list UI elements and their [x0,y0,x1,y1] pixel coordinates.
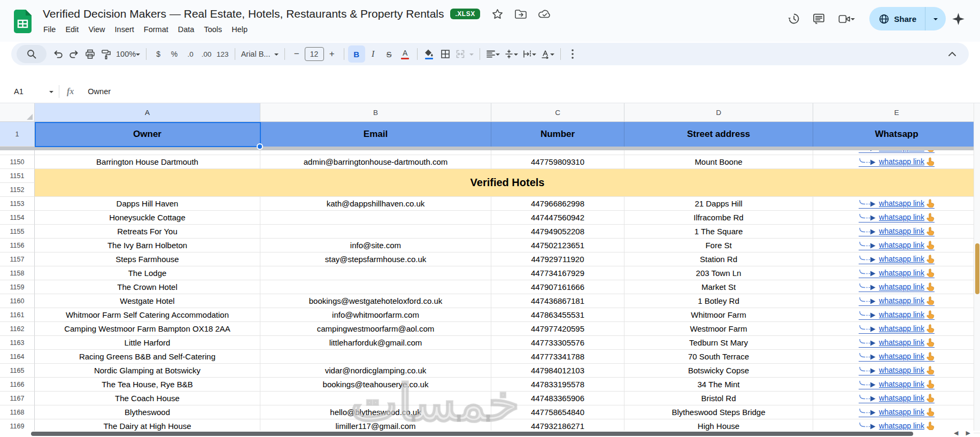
row-header[interactable]: 1163 [0,336,35,350]
merge-cells-button[interactable] [453,45,476,63]
menu-item-data[interactable]: Data [173,24,199,35]
whatsapp-link[interactable]: whatsapp link [859,199,935,209]
more-toolbar-button[interactable] [565,45,581,63]
cell-whatsapp[interactable]: whatsapp link [813,392,980,405]
cell-street[interactable]: Ilfracombe Rd [624,211,813,225]
section-title-cell[interactable]: Verified Hotels [35,169,980,197]
whatsapp-link[interactable]: whatsapp link [859,408,935,417]
row-header[interactable]: 1165 [0,364,35,378]
cell-whatsapp[interactable]: whatsapp link [813,239,980,252]
cell-owner[interactable]: Whitmoor Farm Self Catering Accommodatio… [35,308,260,322]
italic-button[interactable]: I [365,45,381,63]
decrease-decimal-button[interactable]: .0 [182,45,198,63]
share-dropdown-button[interactable] [925,7,946,30]
cell-whatsapp[interactable]: whatsapp link [813,155,980,169]
cell-owner[interactable]: Nordic Glamping at Botswicky [35,364,260,378]
share-button[interactable]: Share [869,7,925,30]
cell-whatsapp[interactable]: whatsapp link [813,252,980,266]
cell-number[interactable]: 447949052208 [491,225,624,239]
cell-email[interactable] [260,392,491,405]
whatsapp-link[interactable]: whatsapp link [859,241,935,250]
cell-owner[interactable]: Honeysuckle Cottage [35,211,260,225]
cell-street[interactable]: 1 Botley Rd [624,294,813,308]
cell-whatsapp[interactable]: whatsapp link [813,150,980,155]
cell-owner[interactable]: Blytheswood [35,405,260,419]
cell-owner[interactable]: Racing Greens B&B and Self-Catering [35,350,260,364]
cell-owner[interactable]: Steps Farmhouse [35,252,260,266]
whatsapp-link[interactable]: whatsapp link [859,150,935,153]
cell-street[interactable] [624,150,813,155]
horizontal-scroll-thumb[interactable] [31,432,913,436]
cell-owner[interactable]: Retreats For You [35,225,260,239]
cell-whatsapp[interactable]: whatsapp link [813,308,980,322]
cell-whatsapp[interactable]: whatsapp link [813,211,980,225]
whatsapp-link[interactable]: whatsapp link [859,296,935,306]
row-header[interactable]: 1161 [0,308,35,322]
cell-email[interactable]: campingwestmoorfarm@aol.com [260,322,491,336]
whatsapp-link[interactable]: whatsapp link [859,227,935,236]
cell-owner[interactable]: Camping Westmoor Farm Bampton OX18 2AA [35,322,260,336]
cell-number[interactable]: 447929711920 [491,252,624,266]
fill-handle[interactable] [257,143,263,150]
header-cell-street[interactable]: Street address [624,122,813,147]
cell-number[interactable]: 447833195578 [491,378,624,392]
name-box[interactable]: A1 [0,87,53,96]
more-formats-button[interactable]: 123 [214,45,231,63]
cell-number[interactable]: 447773341788 [491,350,624,364]
version-history-button[interactable] [782,6,806,31]
text-color-button[interactable]: A [397,45,413,63]
cell-email[interactable]: bookings@westgatehoteloxford.co.uk [260,294,491,308]
cell-owner[interactable]: The Crown Hotel [35,280,260,294]
cell-street[interactable]: 1 The Square [624,225,813,239]
cell-whatsapp[interactable]: whatsapp link [813,197,980,211]
vertical-align-button[interactable] [502,45,520,63]
comments-button[interactable] [806,6,831,31]
header-cell-number[interactable]: Number [491,122,624,147]
cell-owner[interactable]: Little Harford [35,336,260,350]
row-header[interactable]: 1151 [0,169,35,183]
cell-email[interactable]: kath@dappshillhaven.co.uk [260,197,491,211]
print-button[interactable] [82,45,98,63]
row-header[interactable]: 1167 [0,392,35,405]
cell-whatsapp[interactable]: whatsapp link [813,364,980,378]
cell-number[interactable] [491,150,624,155]
cell-email[interactable] [260,211,491,225]
row-header[interactable]: 1160 [0,294,35,308]
cell-number[interactable]: 447436867181 [491,294,624,308]
cell-number[interactable]: 447483365906 [491,392,624,405]
row-header[interactable]: 1159 [0,280,35,294]
whatsapp-link[interactable]: whatsapp link [859,310,935,320]
column-header-e[interactable]: E [813,103,980,121]
cell-street[interactable]: Station Rd [624,252,813,266]
row-header[interactable]: 1156 [0,239,35,252]
row-header[interactable]: 1154 [0,211,35,225]
whatsapp-link[interactable]: whatsapp link [859,282,935,292]
cell-email[interactable]: admin@barringtonhouse-dartmouth.com [260,155,491,169]
cell-whatsapp[interactable]: whatsapp link [813,378,980,392]
cell-whatsapp[interactable]: whatsapp link [813,350,980,364]
column-header-d[interactable]: D [624,103,813,121]
select-all-corner[interactable] [0,103,35,121]
cell-owner[interactable] [35,150,260,155]
cell-number[interactable]: 447863455531 [491,308,624,322]
horizontal-align-button[interactable] [484,45,502,63]
freeze-pane-divider[interactable] [0,147,980,150]
cell-street[interactable]: Blytheswood Steps Bridge [624,405,813,419]
scroll-left-button[interactable]: ◀ [954,430,958,436]
cell-whatsapp[interactable]: whatsapp link [813,280,980,294]
header-cell-email[interactable]: Email [260,122,491,147]
cell-number[interactable]: 447966862998 [491,197,624,211]
cell-email[interactable]: stay@stepsfarmhouse.co.uk [260,252,491,266]
row-header[interactable]: 1153 [0,197,35,211]
format-currency-button[interactable]: $ [150,45,166,63]
whatsapp-link[interactable]: whatsapp link [859,269,935,278]
cell-number[interactable]: 447447560942 [491,211,624,225]
cell-email[interactable]: info@site.com [260,239,491,252]
font-size-input[interactable]: 12 [305,47,324,61]
cell-street[interactable]: Bristol Rd [624,392,813,405]
text-rotation-button[interactable] [538,45,557,63]
cell-number[interactable]: 447758654840 [491,405,624,419]
sheets-logo[interactable] [14,10,32,33]
header-cell-whatsapp[interactable]: Whatsapp [813,122,980,147]
cell-email[interactable]: littleharforduk@gmail.com [260,336,491,350]
